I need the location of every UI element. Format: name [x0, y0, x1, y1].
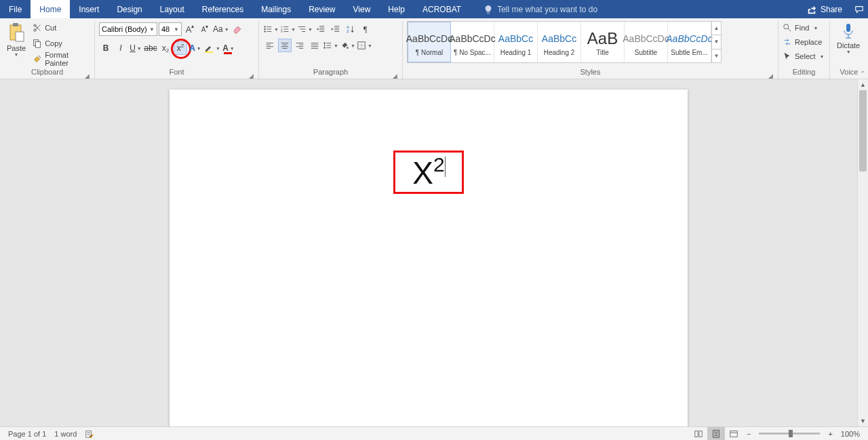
align-left-button[interactable] — [263, 39, 277, 52]
view-read-mode[interactable] — [690, 427, 707, 440]
styles-row-down[interactable]: ▼ — [712, 35, 721, 49]
style-item-3[interactable]: AaBbCcHeading 2 — [538, 22, 581, 62]
collapse-ribbon-button[interactable]: ⌃ — [860, 70, 865, 77]
view-print-layout[interactable] — [707, 427, 725, 440]
tab-help[interactable]: Help — [379, 0, 414, 18]
document-area: X2 ▲ ▼ — [0, 79, 868, 426]
style-item-4[interactable]: AaBTitle — [581, 22, 625, 62]
font-color-button[interactable]: A▼ — [222, 41, 235, 55]
scroll-down-button[interactable]: ▼ — [858, 416, 868, 426]
line-spacing-icon — [323, 41, 332, 50]
shrink-font-button[interactable]: A▾ — [198, 22, 212, 36]
tab-design[interactable]: Design — [108, 0, 151, 18]
highlight-button[interactable]: ▼ — [203, 41, 220, 55]
italic-button[interactable]: I — [114, 41, 127, 55]
tell-me-input[interactable] — [497, 5, 660, 14]
paragraph-launcher[interactable]: ◢ — [391, 71, 398, 77]
borders-icon — [357, 41, 366, 50]
underline-button[interactable]: U▼ — [129, 41, 142, 55]
microphone-icon — [842, 22, 855, 40]
find-button[interactable]: Find▼ — [783, 21, 825, 35]
multilevel-list-button[interactable]: ▼ — [297, 22, 313, 36]
text-effects-button[interactable]: A▼ — [189, 41, 202, 55]
subscript-button[interactable]: x2 — [159, 41, 172, 55]
clear-formatting-button[interactable] — [231, 22, 244, 36]
tab-mailings[interactable]: Mailings — [252, 0, 300, 18]
bullets-icon — [263, 24, 273, 34]
status-page[interactable]: Page 1 of 1 — [4, 427, 50, 440]
zoom-in-button[interactable]: + — [824, 427, 836, 440]
align-right-button[interactable] — [293, 39, 307, 52]
ribbon: Paste ▼ Cut Copy Format Painter Clipboar… — [0, 18, 868, 79]
styles-row-up[interactable]: ▲ — [712, 22, 721, 35]
highlighter-icon — [203, 43, 214, 54]
read-mode-icon — [694, 429, 703, 439]
tab-file[interactable]: File — [0, 0, 31, 18]
tab-review[interactable]: Review — [300, 0, 344, 18]
style-item-6[interactable]: AaBbCcDcSubtle Em... — [668, 22, 711, 62]
style-item-0[interactable]: AaBbCcDc¶ Normal — [408, 22, 451, 62]
borders-button[interactable]: ▼ — [357, 39, 372, 52]
svg-rect-7 — [205, 52, 213, 53]
bullets-button[interactable]: ▼ — [263, 22, 279, 36]
tab-home[interactable]: Home — [31, 0, 70, 18]
replace-button[interactable]: Replace — [783, 35, 825, 49]
tab-insert[interactable]: Insert — [70, 0, 108, 18]
sort-button[interactable]: AZ — [344, 22, 357, 36]
scroll-up-button[interactable]: ▲ — [858, 79, 868, 90]
copy-button[interactable]: Copy — [31, 37, 90, 50]
font-size-combo[interactable]: 48▼ — [159, 22, 182, 36]
tab-layout[interactable]: Layout — [151, 0, 193, 18]
dictate-button[interactable]: Dictate ▼ — [834, 21, 863, 56]
multilevel-icon — [297, 24, 307, 34]
styles-scroll[interactable]: ▲▼▼ — [711, 22, 721, 62]
line-spacing-button[interactable]: ▼ — [323, 39, 338, 52]
change-case-button[interactable]: Aa▼ — [213, 22, 229, 36]
grow-font-button[interactable]: A▴ — [183, 22, 197, 36]
view-web-layout[interactable] — [725, 427, 743, 440]
tab-view[interactable]: View — [344, 0, 380, 18]
cut-button[interactable]: Cut — [31, 21, 90, 35]
vertical-scrollbar[interactable]: ▲ ▼ — [857, 79, 868, 426]
decrease-indent-button[interactable] — [314, 22, 328, 36]
zoom-level[interactable]: 100% — [837, 427, 864, 440]
justify-button[interactable] — [308, 39, 321, 52]
bold-button[interactable]: B — [99, 41, 113, 55]
svg-point-10 — [264, 31, 265, 32]
share-button[interactable]: Share — [799, 0, 850, 18]
clipboard-launcher[interactable]: ◢ — [83, 71, 90, 77]
tell-me-search[interactable] — [484, 0, 660, 18]
svg-point-9 — [264, 28, 265, 30]
select-button[interactable]: Select▼ — [783, 49, 825, 63]
svg-point-18 — [784, 24, 789, 29]
numbering-button[interactable]: 123▼ — [280, 22, 296, 36]
style-item-1[interactable]: AaBbCcDc¶ No Spac... — [451, 22, 494, 62]
styles-more[interactable]: ▼ — [712, 49, 721, 62]
styles-launcher[interactable]: ◢ — [767, 71, 774, 77]
align-right-icon — [295, 41, 304, 50]
comments-icon[interactable] — [850, 0, 868, 18]
style-item-2[interactable]: AaBbCcHeading 1 — [494, 22, 538, 62]
superscript-button[interactable]: x2 — [174, 41, 187, 55]
group-label-voice: Voice — [840, 68, 859, 76]
tab-references[interactable]: References — [193, 0, 252, 18]
styles-gallery[interactable]: AaBbCcDc¶ NormalAaBbCcDc¶ No Spac...AaBb… — [407, 21, 722, 63]
zoom-out-button[interactable]: − — [743, 427, 755, 440]
tab-acrobat[interactable]: ACROBAT — [414, 0, 470, 18]
paste-button[interactable]: Paste ▼ — [4, 21, 28, 58]
show-marks-button[interactable]: ¶ — [359, 22, 372, 36]
svg-rect-6 — [36, 41, 41, 47]
shading-button[interactable]: ▼ — [340, 39, 355, 52]
increase-indent-button[interactable] — [329, 22, 342, 36]
strikethrough-button[interactable]: abc — [144, 41, 157, 55]
font-launcher[interactable]: ◢ — [248, 71, 254, 77]
format-painter-button[interactable]: Format Painter — [31, 52, 90, 66]
status-spellcheck[interactable] — [81, 427, 98, 440]
page[interactable]: X2 — [170, 89, 688, 426]
scroll-thumb[interactable] — [859, 90, 867, 172]
style-item-5[interactable]: AaBbCcDcSubtitle — [625, 22, 668, 62]
align-center-button[interactable] — [278, 39, 292, 52]
zoom-slider[interactable] — [759, 433, 820, 435]
status-words[interactable]: 1 word — [50, 427, 81, 440]
font-name-combo[interactable]: Calibri (Body)▼ — [99, 22, 157, 36]
